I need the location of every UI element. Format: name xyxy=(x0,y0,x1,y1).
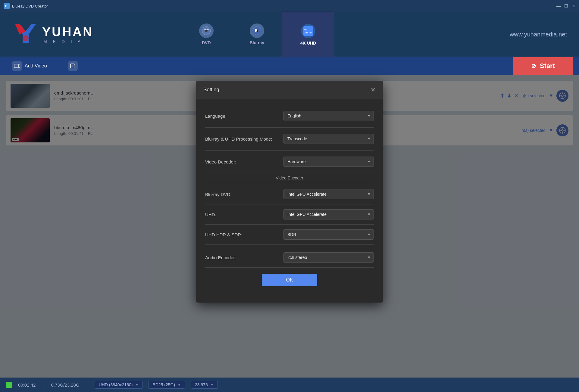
settings-dialog: Setting ✕ Language: English Chinese Span… xyxy=(196,81,383,303)
divider-3 xyxy=(205,183,374,183)
website-url: www.yuhanmedia.net xyxy=(510,31,567,38)
header: YUHAN M E D I A DVD DVD B Blu-ray 4KUltr… xyxy=(0,12,579,57)
uhd-encoder-select[interactable]: Intel GPU Accelerate Software NVIDIA GPU… xyxy=(283,209,374,219)
divider-1 xyxy=(205,127,374,128)
processing-mode-label: Blu-ray & UHD Processing Mode: xyxy=(205,136,283,142)
app-title: Blu-ray DVD Creator xyxy=(12,4,554,8)
main-content: emd-jackreachern… Length: 00:01:01 R… ⬆ … xyxy=(0,75,579,378)
divider-4 xyxy=(205,246,374,246)
disc-arrow: ▼ xyxy=(177,383,181,387)
resolution-value: UHD (3840x2160) xyxy=(99,382,133,387)
bluray-dvd-encoder-row: Blu-ray DVD: Intel GPU Accelerate Softwa… xyxy=(205,184,374,204)
video-encoder-section-label: Video Encoder xyxy=(205,172,374,182)
statusbar: 00:02:42 0.73G/23.28G UHD (3840x2160) ▼ … xyxy=(0,378,579,392)
resolution-dropdown[interactable]: UHD (3840x2160) ▼ xyxy=(95,381,143,389)
status-time: 00:02:42 xyxy=(18,382,36,387)
language-label: Language: xyxy=(205,114,283,119)
language-row: Language: English Chinese Spanish French… xyxy=(205,106,374,126)
bluray-dvd-encoder-select-wrapper: Intel GPU Accelerate Software NVIDIA GPU… xyxy=(283,189,374,199)
tab-bluray-label: Blu-ray xyxy=(250,40,264,45)
language-select[interactable]: English Chinese Spanish French xyxy=(283,111,374,121)
logo-icon xyxy=(12,21,39,48)
separator-1 xyxy=(43,380,43,389)
start-label: Start xyxy=(540,62,555,70)
audio-encoder-select[interactable]: 2ch stereo 5.1ch 7.1ch Dolby Atmos xyxy=(283,252,374,263)
uhd-hdr-sdr-select-wrapper: SDR HDR ▼ xyxy=(283,229,374,240)
nav-tabs: DVD DVD B Blu-ray 4KUltra HD 4K UHD xyxy=(181,12,334,57)
svg-point-4 xyxy=(23,35,29,41)
dvd-icon: DVD xyxy=(199,23,214,38)
svg-text:+: + xyxy=(71,64,73,67)
dialog-header: Setting ✕ xyxy=(196,81,383,99)
uhd-encoder-row: UHD: Intel GPU Accelerate Software NVIDI… xyxy=(205,204,374,225)
svg-text:DVD: DVD xyxy=(204,28,209,30)
processing-mode-row: Blu-ray & UHD Processing Mode: Transcode… xyxy=(205,129,374,149)
tab-4kuhd[interactable]: 4KUltra HD 4K UHD xyxy=(282,12,334,57)
uhd-hdr-sdr-row: UHD HDR & SDR: SDR HDR ▼ xyxy=(205,225,374,245)
svg-text:Ultra HD: Ultra HD xyxy=(304,32,312,34)
video-decoder-select-wrapper: Hardware Software ▼ xyxy=(283,157,374,167)
divider-2 xyxy=(205,150,374,151)
bluray-dvd-encoder-select[interactable]: Intel GPU Accelerate Software NVIDIA GPU… xyxy=(283,189,374,199)
window-controls: — ❐ ✕ xyxy=(556,4,575,8)
audio-encoder-label: Audio Encoder: xyxy=(205,255,283,260)
video-decoder-row: Video Decoder: Hardware Software ▼ xyxy=(205,152,374,172)
bluray-icon: B xyxy=(250,23,264,38)
start-icon: ⊘ xyxy=(531,62,536,70)
dialog-title: Setting xyxy=(203,87,219,93)
start-button[interactable]: ⊘ Start xyxy=(513,57,573,75)
status-storage: 0.73G/23.28G xyxy=(51,382,79,387)
add-video-icon: + xyxy=(12,61,22,71)
dialog-footer: OK xyxy=(205,274,374,286)
restore-button[interactable]: ❐ xyxy=(564,4,568,8)
video-decoder-select[interactable]: Hardware Software xyxy=(283,157,374,167)
logo-area: YUHAN M E D I A xyxy=(12,21,93,48)
logo-text: YUHAN M E D I A xyxy=(42,25,93,44)
add-chapter-button[interactable]: + xyxy=(62,59,84,73)
framerate-dropdown[interactable]: 23.976 ▼ xyxy=(191,381,218,389)
dialog-body: Language: English Chinese Spanish French… xyxy=(196,99,383,294)
svg-text:B: B xyxy=(255,29,258,33)
uhd-encoder-label: UHD: xyxy=(205,212,283,217)
processing-mode-select[interactable]: Transcode Remux Copy xyxy=(283,134,374,144)
svg-text:+: + xyxy=(15,64,17,67)
framerate-value: 23.976 xyxy=(195,382,208,387)
bluray-dvd-encoder-label: Blu-ray DVD: xyxy=(205,192,283,197)
svg-text:B: B xyxy=(5,5,7,8)
disc-dropdown[interactable]: BD25 (25G) ▼ xyxy=(149,381,185,389)
svg-text:4K: 4K xyxy=(304,28,307,31)
titlebar: B Blu-ray DVD Creator — ❐ ✕ xyxy=(0,0,579,12)
tab-dvd-label: DVD xyxy=(202,40,211,45)
tab-4kuhd-label: 4K UHD xyxy=(300,41,316,45)
close-button[interactable]: ✕ xyxy=(572,4,575,8)
language-select-wrapper: English Chinese Spanish French ▼ xyxy=(283,111,374,121)
brand-name: YUHAN xyxy=(42,25,93,39)
framerate-arrow: ▼ xyxy=(210,383,214,387)
processing-mode-select-wrapper: Transcode Remux Copy ▼ xyxy=(283,134,374,144)
resolution-arrow: ▼ xyxy=(135,383,139,387)
uhd-encoder-select-wrapper: Intel GPU Accelerate Software NVIDIA GPU… xyxy=(283,209,374,219)
audio-encoder-select-wrapper: 2ch stereo 5.1ch 7.1ch Dolby Atmos ▼ xyxy=(283,252,374,263)
svg-rect-11 xyxy=(303,26,313,36)
audio-encoder-row: Audio Encoder: 2ch stereo 5.1ch 7.1ch Do… xyxy=(205,247,374,268)
uhd-hdr-sdr-select[interactable]: SDR HDR xyxy=(283,229,374,240)
brand-sub: M E D I A xyxy=(43,39,93,44)
dialog-close-button[interactable]: ✕ xyxy=(371,86,376,93)
app-icon: B xyxy=(4,3,10,9)
uhd-hdr-sdr-label: UHD HDR & SDR: xyxy=(205,232,283,237)
minimize-button[interactable]: — xyxy=(556,4,561,8)
modal-overlay: Setting ✕ Language: English Chinese Span… xyxy=(0,75,579,378)
4kuhd-icon: 4KUltra HD xyxy=(301,24,315,38)
add-chapter-icon: + xyxy=(68,61,78,71)
add-video-button[interactable]: + Add Video xyxy=(6,59,53,73)
separator-2 xyxy=(87,380,87,389)
disc-value: BD25 (25G) xyxy=(152,382,175,387)
add-video-label: Add Video xyxy=(25,63,47,69)
status-indicator xyxy=(6,382,12,388)
tab-bluray[interactable]: B Blu-ray xyxy=(232,12,282,57)
ok-button[interactable]: OK xyxy=(262,274,317,286)
toolbar: + Add Video + ⊘ Start xyxy=(0,57,579,75)
video-decoder-label: Video Decoder: xyxy=(205,159,283,164)
tab-dvd[interactable]: DVD DVD xyxy=(181,12,232,57)
